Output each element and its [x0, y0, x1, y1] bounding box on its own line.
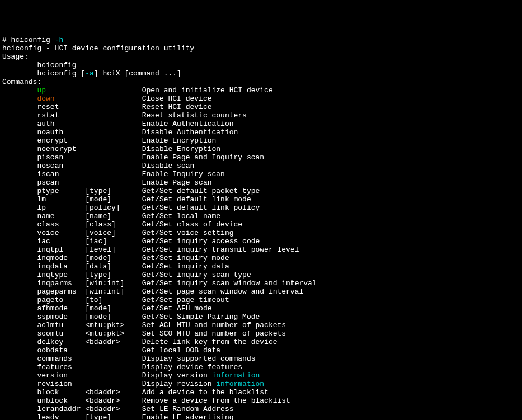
info-word: information [212, 371, 260, 380]
prompt-cmd: hciconfig [11, 36, 55, 44]
command-name: noencrypt [37, 145, 85, 153]
command-line: lp [policy] Get/Set default link policy [2, 204, 520, 212]
command-arg: [mode] [85, 195, 142, 204]
command-desc: Display version information [142, 371, 260, 380]
command-desc: Set ACL MTU and number of packets [142, 321, 286, 329]
command-line: pscan Enable Page scan [2, 178, 520, 187]
command-line: down Close HCI device [2, 95, 520, 103]
command-desc: Display revision information [142, 380, 264, 388]
command-arg: [win:int] [85, 287, 142, 296]
command-desc: Get/Set default link mode [142, 195, 251, 204]
command-desc: Open and initialize HCI device [142, 86, 273, 95]
command-name: features [37, 363, 85, 371]
command-line: encrypt Enable Encryption [2, 136, 520, 145]
command-desc: Reset statistic counters [142, 111, 247, 120]
command-name: piscan [37, 153, 85, 162]
command-desc: Disable Authentication [142, 128, 238, 136]
command-arg: [data] [85, 262, 142, 271]
command-desc: Get/Set AFH mode [142, 304, 212, 313]
command-line: inqdata [data] Get/Set inquiry data [2, 262, 520, 271]
command-name: inqmode [37, 254, 85, 262]
command-desc: Enable LE advertising [142, 413, 234, 420]
command-line: afhmode [mode] Get/Set AFH mode [2, 304, 520, 313]
command-name: aclmtu [37, 321, 85, 329]
command-arg: [class] [85, 220, 142, 229]
command-line: aclmtu <mtu:pkt> Set ACL MTU and number … [2, 321, 520, 329]
command-desc: Get local OOB data [142, 346, 220, 355]
command-name: iac [37, 237, 85, 246]
command-desc: Get/Set page scan window and interval [142, 287, 304, 296]
command-arg [85, 136, 142, 145]
command-arg: [mode] [85, 254, 142, 262]
command-line: unblock <bdaddr> Remove a device from th… [2, 397, 520, 405]
command-name: reset [37, 103, 85, 111]
command-arg [85, 162, 142, 170]
command-name: scomtu [37, 329, 85, 338]
command-desc: Get/Set inquiry mode [142, 254, 229, 262]
command-line: inqtype [type] Get/Set inquiry scan type [2, 271, 520, 279]
command-desc: Reset HCI device [142, 103, 212, 111]
command-name: delkey [37, 338, 85, 346]
command-arg [85, 153, 142, 162]
tool-title: hciconfig - HCI device configuration uti… [2, 44, 520, 53]
command-name: pscan [37, 178, 85, 187]
command-desc: Get/Set inquiry scan window and interval [142, 279, 317, 287]
command-line: noscan Disable scan [2, 162, 520, 170]
command-name: ptype [37, 187, 85, 195]
command-line: revision Display revision information [2, 380, 520, 388]
command-desc: Get/Set class of device [142, 220, 242, 229]
command-desc: Enable Inquiry scan [142, 170, 225, 178]
command-line: lm [mode] Get/Set default link mode [2, 195, 520, 204]
command-line: leadv [type] Enable LE advertising [2, 413, 520, 420]
command-name: voice [37, 229, 85, 237]
command-desc: Get/Set default packet type [142, 187, 260, 195]
command-name: lm [37, 195, 85, 204]
command-desc: Disable scan [142, 162, 195, 170]
command-line: pageto [to] Get/Set page timeout [2, 296, 520, 304]
usage-label: Usage: [2, 53, 520, 61]
command-desc: Remove a device from the blacklist [142, 397, 290, 405]
command-name: noauth [37, 128, 85, 136]
command-arg [85, 145, 142, 153]
command-line: noauth Disable Authentication [2, 128, 520, 136]
command-line: version Display version information [2, 371, 520, 380]
command-name: iscan [37, 170, 85, 178]
command-arg [85, 363, 142, 371]
command-desc: Get/Set inquiry access code [142, 237, 260, 246]
command-desc: Enable Page and Inquiry scan [142, 153, 264, 162]
commands-label: Commands: [2, 78, 520, 86]
command-desc: Get/Set default link policy [142, 204, 260, 212]
command-desc: Set LE Random Address [142, 405, 234, 413]
command-name: noscan [37, 162, 85, 170]
command-line: up Open and initialize HCI device [2, 86, 520, 95]
command-arg [85, 380, 142, 388]
command-arg: [mode] [85, 304, 142, 313]
flag-a: -a [85, 69, 94, 78]
command-desc: Add a device to the blacklist [142, 388, 269, 397]
command-arg: [iac] [85, 237, 142, 246]
command-name: block [37, 388, 85, 397]
command-line: lerandaddr <bdaddr> Set LE Random Addres… [2, 405, 520, 413]
command-name: name [37, 212, 85, 220]
command-desc: Display supported commands [142, 355, 256, 363]
command-arg [85, 346, 142, 355]
command-line: inqmode [mode] Get/Set inquiry mode [2, 254, 520, 262]
command-name: lerandaddr [37, 405, 85, 413]
command-name: auth [37, 120, 85, 128]
command-line: delkey <bdaddr> Delete link key from the… [2, 338, 520, 346]
usage-line-1: hciconfig [2, 61, 520, 69]
command-line: class [class] Get/Set class of device [2, 220, 520, 229]
command-line: reset Reset HCI device [2, 103, 520, 111]
command-name: unblock [37, 397, 85, 405]
command-desc: Set SCO MTU and number of packets [142, 329, 286, 338]
command-arg [85, 170, 142, 178]
command-name: version [37, 371, 85, 380]
command-desc: Enable Authentication [142, 120, 234, 128]
command-name: afhmode [37, 304, 85, 313]
command-desc: Get/Set voice setting [142, 229, 234, 237]
command-name: inqparms [37, 279, 85, 287]
terminal-output: # hciconfig -hhciconfig - HCI device con… [2, 36, 520, 420]
command-line: features Display device features [2, 363, 520, 371]
command-name: revision [37, 380, 85, 388]
command-arg [85, 128, 142, 136]
